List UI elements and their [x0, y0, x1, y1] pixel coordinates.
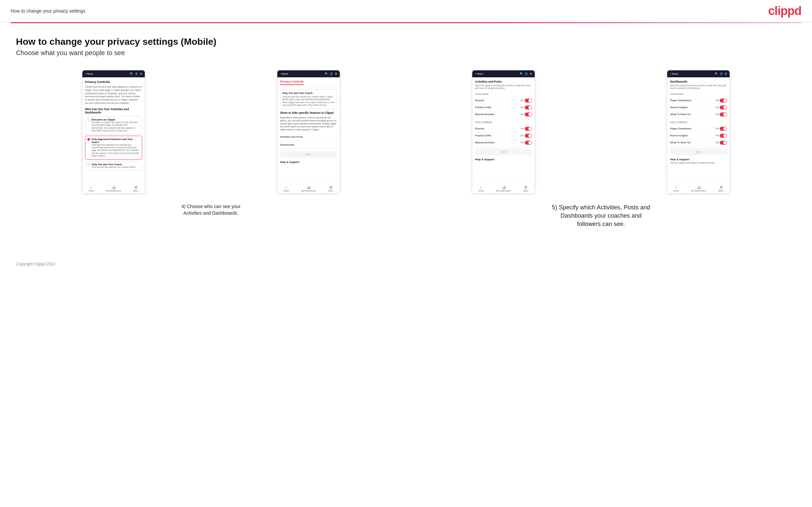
option-coach-only[interactable]: Only You and Your Coach Only you and the…: [85, 161, 142, 171]
performance-icon-4: 📊: [697, 185, 701, 189]
nav-performance-3[interactable]: 📊 My Performance: [497, 185, 511, 192]
header-icons-2: 🔍 👤 ⚙: [325, 72, 337, 75]
nav-home-3[interactable]: ⌂ Home: [478, 185, 484, 192]
toggle-on-followers-insights[interactable]: ON: [715, 134, 727, 138]
chevron-dashboards: ›: [336, 143, 337, 146]
toggle-switch-coaches-work[interactable]: [720, 112, 727, 116]
header-icons-4: 🔍 👤 ⚙: [715, 72, 727, 75]
toggle-on-coaches-manual[interactable]: ON: [520, 112, 532, 116]
nav-performance-1[interactable]: 📊 My Performance: [106, 185, 121, 192]
toggle-switch-followers-player[interactable]: [720, 127, 727, 131]
dashboards-label: Dashboards: [280, 143, 294, 146]
bottom-nav-1: ⌂ Home 📊 My Performance ☰ Menu: [82, 183, 145, 193]
profile-icon-3[interactable]: 👤: [525, 72, 528, 75]
profile-icon-2[interactable]: 👤: [330, 72, 333, 75]
home-label: Home: [88, 190, 94, 192]
home-label-2: Home: [284, 190, 289, 192]
toggle-switch-coaches-insights[interactable]: [720, 106, 727, 110]
round-insights-followers: Round Insights: [670, 134, 688, 137]
back-button-4[interactable]: < Back: [670, 72, 678, 75]
settings-icon[interactable]: ⚙: [140, 72, 142, 75]
back-button-1[interactable]: < Back: [85, 72, 93, 75]
search-icon-4[interactable]: 🔍: [715, 72, 718, 75]
profile-icon-4[interactable]: 👤: [720, 72, 723, 75]
option-everyone[interactable]: Everyone on Clippd Everyone on Clippd ca…: [85, 116, 142, 134]
override-desc: Regardless of the privacy controls that …: [280, 116, 337, 131]
nav-menu-3[interactable]: ☰ Menu: [523, 185, 528, 192]
performance-label-4: My Performance: [692, 190, 706, 192]
toggle-switch-followers-insights[interactable]: [720, 134, 727, 138]
toggle-switch-followers-rounds[interactable]: [525, 127, 532, 131]
caption-block-4: 4) Choose who can see your Activities an…: [16, 202, 406, 229]
save-button-4[interactable]: Save: [670, 148, 727, 155]
phone-mockup-4: < Back 🔍 👤 ⚙ Dashboards Select the dashb…: [667, 70, 730, 193]
menu-icon-4: ☰: [720, 185, 723, 189]
toggle-on-followers-rounds[interactable]: ON: [520, 127, 532, 131]
player-dash-followers: Player Dashboard: [670, 127, 691, 130]
home-icon-4: ⌂: [675, 185, 677, 189]
screen1-desc: Control how you and your data appears to…: [85, 85, 142, 105]
profile-icon[interactable]: 👤: [135, 72, 138, 75]
radio-followers[interactable]: [87, 138, 90, 141]
activities-label: Activities and Posts: [280, 135, 303, 138]
menu-activities[interactable]: Activities and Posts ›: [280, 133, 337, 141]
toggle-switch-coaches-manual[interactable]: [525, 112, 532, 116]
search-icon[interactable]: 🔍: [130, 72, 133, 75]
back-button-3[interactable]: < Back: [475, 72, 483, 75]
nav-home-1[interactable]: ⌂ Home: [88, 185, 94, 192]
toggle-on-coaches-rounds[interactable]: ON: [520, 99, 532, 103]
radio-everyone[interactable]: [87, 118, 90, 121]
toggle-switch-coaches-drills[interactable]: [525, 106, 532, 110]
tab-privacy-controls[interactable]: Privacy Controls: [280, 80, 304, 85]
caption-5: 5) Specify which Activities, Posts and D…: [548, 204, 654, 229]
help-support-4: Help & Support: [670, 158, 727, 161]
toggle-switch-followers-drills[interactable]: [525, 134, 532, 138]
nav-home-4[interactable]: ⌂ Home: [673, 185, 679, 192]
toggle-switch-followers-work[interactable]: [720, 141, 727, 145]
nav-menu-1[interactable]: ☰ Menu: [134, 185, 139, 192]
toggle-switch-coaches-player[interactable]: [720, 99, 727, 103]
toggle-on-followers-drills[interactable]: ON: [520, 134, 532, 138]
menu-label-4: Menu: [719, 190, 724, 192]
option-followers[interactable]: Only Approved Followers and Your Coach O…: [85, 136, 142, 160]
toggle-switch-followers-manual[interactable]: [525, 141, 532, 145]
nav-performance-2[interactable]: 📊 My Performance: [301, 185, 316, 192]
performance-icon-3: 📊: [502, 185, 506, 189]
header-icons-1: 🔍 👤 ⚙: [130, 72, 142, 75]
phone-body-2: Privacy Controls Only You and Your Coach…: [277, 77, 340, 183]
toggle-followers-player-dashboard: Player Dashboard ON: [670, 125, 727, 132]
toggle-on-coaches-drills[interactable]: ON: [520, 106, 532, 110]
back-button-2[interactable]: < Back: [280, 72, 288, 75]
save-button-3[interactable]: Save: [475, 148, 532, 155]
radio-coach-only[interactable]: [87, 163, 90, 166]
header-icons-3: 🔍 👤 ⚙: [520, 72, 532, 75]
phone-header-3: < Back 🔍 👤 ⚙: [472, 70, 535, 77]
search-icon-3[interactable]: 🔍: [520, 72, 523, 75]
save-button-2[interactable]: Save: [280, 151, 337, 158]
bottom-nav-3: ⌂ Home 📊 My Performance ☰ Menu: [472, 183, 535, 193]
menu-dashboards[interactable]: Dashboards ›: [280, 141, 337, 149]
nav-home-2[interactable]: ⌂ Home: [284, 185, 289, 192]
performance-icon-2: 📊: [307, 185, 310, 189]
screenshot-col-4: < Back 🔍 👤 ⚙ Dashboards Select the dashb…: [601, 70, 796, 199]
toggle-switch-coaches-rounds[interactable]: [525, 99, 532, 103]
nav-menu-4[interactable]: ☰ Menu: [719, 185, 724, 192]
toggle-on-coaches-insights[interactable]: ON: [715, 106, 727, 110]
toggle-on-followers-manual[interactable]: ON: [520, 141, 532, 145]
rounds-label-followers: Rounds: [475, 127, 484, 130]
settings-icon-3[interactable]: ⚙: [530, 72, 532, 75]
bottom-nav-2: ⌂ Home 📊 My Performance ☰ Menu: [277, 183, 340, 193]
toggle-on-coaches-work[interactable]: ON: [715, 112, 727, 116]
search-icon-2[interactable]: 🔍: [325, 72, 328, 75]
activities-desc: Select the types of activity that you'd …: [475, 84, 532, 90]
toggle-on-coaches-player[interactable]: ON: [715, 99, 727, 103]
toggle-coaches-manual: Manual Activities ON: [475, 111, 532, 118]
logo: clippd: [768, 4, 801, 18]
drills-label-followers: Practice Drills: [475, 134, 491, 137]
settings-icon-4[interactable]: ⚙: [725, 72, 727, 75]
settings-icon-2[interactable]: ⚙: [335, 72, 337, 75]
toggle-on-followers-player[interactable]: ON: [715, 127, 727, 131]
toggle-on-followers-work[interactable]: ON: [715, 141, 727, 145]
nav-menu-2[interactable]: ☰ Menu: [328, 185, 334, 192]
nav-performance-4[interactable]: 📊 My Performance: [692, 185, 706, 192]
